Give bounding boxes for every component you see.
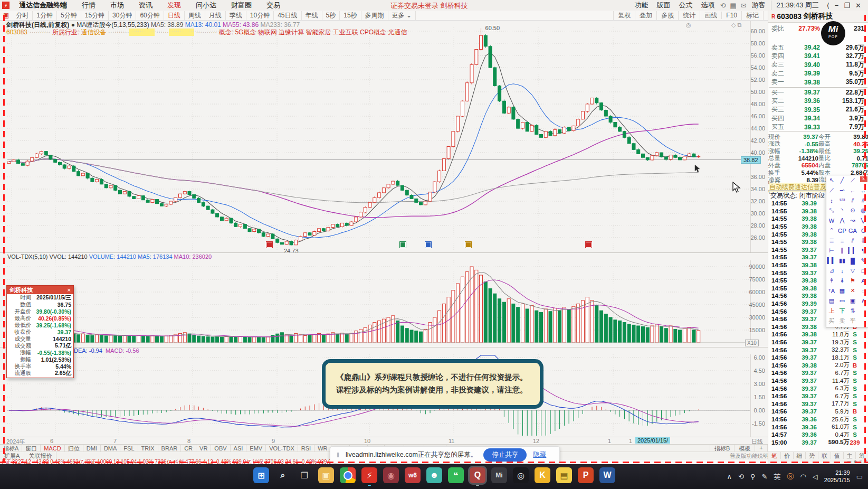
tab-WR[interactable]: WR bbox=[314, 445, 331, 452]
draw-tool-icon[interactable]: ¹²³ bbox=[837, 198, 847, 204]
tab-BRAR[interactable]: BRAR bbox=[158, 445, 182, 452]
draw-tool-icon[interactable]: ↖ bbox=[826, 177, 837, 184]
draw-tool-icon[interactable]: ▐▌ bbox=[847, 258, 858, 264]
draw-tool-icon[interactable]: ≣ bbox=[826, 237, 837, 244]
action-多股[interactable]: 多股 bbox=[656, 11, 678, 20]
taskbar-task-view-icon[interactable]: ❐ bbox=[297, 467, 312, 483]
taskbar-chrome-icon[interactable] bbox=[340, 467, 356, 483]
draw-tool-icon[interactable]: ⫽ bbox=[847, 237, 858, 244]
draw-tool-icon[interactable]: 卖 bbox=[837, 317, 847, 325]
menu-资讯[interactable]: 资讯 bbox=[131, 1, 160, 10]
tab-MACD[interactable]: MACD bbox=[41, 445, 64, 452]
draw-tool-icon[interactable]: ↓ bbox=[837, 268, 847, 274]
titlebar-icon-1[interactable]: ▤ bbox=[730, 2, 736, 10]
draw-tool-icon[interactable]: ▎▎ bbox=[847, 247, 858, 254]
period-60分钟[interactable]: 60分钟 bbox=[136, 11, 164, 20]
taskbar-netease-icon[interactable]: ◉ bbox=[383, 467, 399, 483]
period-月线[interactable]: 月线 bbox=[205, 11, 226, 20]
period-30分钟[interactable]: 30分钟 bbox=[109, 11, 136, 20]
tray-icon-2[interactable]: ⚲ bbox=[750, 473, 756, 481]
titlebar-icon-2[interactable]: ✉ bbox=[741, 2, 747, 10]
taskbar-meeting-icon[interactable]: ☻ bbox=[426, 467, 442, 483]
period-15分钟[interactable]: 15分钟 bbox=[81, 11, 109, 20]
tab-ASI[interactable]: ASI bbox=[231, 445, 247, 452]
taskbar-mi-icon[interactable]: Mi bbox=[491, 467, 507, 483]
draw-tool-icon[interactable]: A bbox=[858, 278, 868, 284]
action-F10[interactable]: F10 bbox=[721, 12, 741, 19]
draw-tool-icon[interactable]: 买 bbox=[826, 317, 837, 325]
taskbar-qq-icon[interactable]: Q bbox=[470, 467, 485, 483]
draw-tool-icon[interactable]: ⟋ bbox=[826, 187, 837, 194]
draw-tool-icon[interactable]: ¶ bbox=[858, 248, 868, 254]
menu-选项[interactable]: 选项 bbox=[701, 1, 714, 10]
period-5秒[interactable]: 5秒 bbox=[322, 11, 340, 20]
period-5分钟[interactable]: 5分钟 bbox=[57, 11, 81, 20]
draw-tool-icon[interactable]: ▽ bbox=[847, 267, 858, 274]
period-年线[interactable]: 年线 bbox=[302, 11, 322, 20]
menu-公式[interactable]: 公式 bbox=[679, 1, 692, 10]
tab-RSI[interactable]: RSI bbox=[298, 445, 314, 452]
tray-icon-4[interactable]: 英 bbox=[774, 472, 780, 482]
drawing-tool-palette[interactable]: ✕ ↖╱⟋↗⟋⊸←↔↕¹²³⫽⫻⤡◝⊙◍W⋀↝⋁⌃GPGAC≣≡⫽⋕⊢∥▎▎¶▍… bbox=[826, 175, 868, 327]
action-画线[interactable]: 画线 bbox=[700, 11, 721, 20]
menu-问小达[interactable]: 问小达 bbox=[188, 1, 224, 10]
period-周线[interactable]: 周线 bbox=[185, 11, 205, 20]
ask-row[interactable]: 卖三39.4011.8万 bbox=[768, 61, 868, 69]
action-叠加[interactable]: 叠加 bbox=[635, 11, 656, 20]
bid-row[interactable]: 买四39.343.9万 bbox=[768, 114, 868, 123]
tab-TRIX[interactable]: TRIX bbox=[138, 445, 158, 452]
popup-close-icon[interactable]: × bbox=[68, 287, 71, 293]
period-45日线[interactable]: 45日线 bbox=[274, 11, 301, 20]
tab-DMI[interactable]: DMI bbox=[83, 445, 101, 452]
menu-市场[interactable]: 市场 bbox=[103, 1, 131, 10]
menu-财富圈[interactable]: 财富圈 bbox=[224, 1, 259, 10]
taskbar-explorer-icon[interactable]: ▣ bbox=[318, 467, 334, 483]
collapse-button[interactable]: ⟨ bbox=[824, 2, 832, 10]
draw-tool-icon[interactable]: ▍▍ bbox=[826, 257, 837, 264]
draw-tool-icon[interactable]: ⟋ bbox=[847, 177, 858, 184]
taskbar-wechat-icon[interactable]: ❝ bbox=[448, 467, 464, 483]
period-1分钟[interactable]: 1分钟 bbox=[33, 11, 57, 20]
draw-tool-icon[interactable]: 上 bbox=[826, 307, 837, 315]
bid-row[interactable]: 买一39.3722.8万 bbox=[768, 88, 868, 97]
tray-icon-0[interactable]: ∧ bbox=[727, 473, 732, 481]
draw-tool-icon[interactable]: ⊢ bbox=[826, 247, 837, 254]
taskbar-notes-icon[interactable]: ▤ bbox=[556, 467, 572, 483]
action-统计[interactable]: 统计 bbox=[678, 11, 700, 20]
ask-row[interactable]: 卖四39.4132.7万 bbox=[768, 52, 868, 60]
draw-tool-icon[interactable]: ⊙ bbox=[847, 207, 858, 214]
tab-OBV[interactable]: OBV bbox=[211, 445, 230, 452]
draw-tool-icon[interactable]: ▦ bbox=[837, 287, 847, 294]
tab-VR[interactable]: VR bbox=[196, 445, 211, 452]
draw-tool-icon[interactable]: ᵀA bbox=[826, 288, 837, 294]
taskbar-search-icon[interactable]: ⌕ bbox=[275, 467, 291, 483]
draw-tool-icon[interactable]: ⇅ bbox=[847, 307, 858, 314]
chart-type-icon[interactable]: ▣ bbox=[0, 12, 12, 19]
draw-tool-icon[interactable]: ◍ bbox=[858, 207, 868, 214]
draw-tool-icon[interactable]: ▤ bbox=[826, 297, 837, 304]
taskbar-tdx-icon[interactable]: ⚡ bbox=[361, 467, 377, 483]
menu-行情[interactable]: 行情 bbox=[74, 1, 103, 10]
draw-tool-icon[interactable]: ▣ bbox=[847, 297, 858, 304]
menu-交易[interactable]: 交易 bbox=[259, 1, 288, 10]
draw-tool-icon[interactable]: ✎ bbox=[858, 257, 868, 264]
taskbar-kc-icon[interactable]: K bbox=[535, 467, 550, 483]
tab-VOL-TDX[interactable]: VOL-TDX bbox=[266, 445, 298, 452]
taskbar-clock[interactable]: 21:392025/1/15 bbox=[824, 469, 850, 484]
hide-share-link[interactable]: 隐藏 bbox=[533, 450, 546, 459]
draw-tool-icon[interactable]: ⊸ bbox=[837, 187, 847, 194]
draw-tool-icon[interactable]: ⋕ bbox=[858, 237, 868, 244]
tab-CR[interactable]: CR bbox=[181, 445, 196, 452]
draw-tool-icon[interactable]: ↝ bbox=[847, 217, 858, 224]
tab-EMV[interactable]: EMV bbox=[246, 445, 266, 452]
period-10分钟[interactable]: 10分钟 bbox=[246, 11, 274, 20]
draw-tool-icon[interactable]: ⊿ bbox=[826, 267, 837, 274]
draw-tool-icon[interactable]: GA bbox=[847, 228, 858, 234]
event-marker-icon[interactable] bbox=[425, 242, 431, 248]
draw-tool-icon[interactable]: ⤡ bbox=[826, 207, 837, 214]
menu-功能[interactable]: 功能 bbox=[634, 1, 648, 10]
draw-tool-icon[interactable]: ← bbox=[847, 187, 858, 194]
notification-icon[interactable]: ▭ bbox=[856, 473, 863, 481]
bid-row[interactable]: 买三39.3521.6万 bbox=[768, 106, 868, 114]
taskbar-word-icon[interactable]: W bbox=[599, 467, 615, 483]
